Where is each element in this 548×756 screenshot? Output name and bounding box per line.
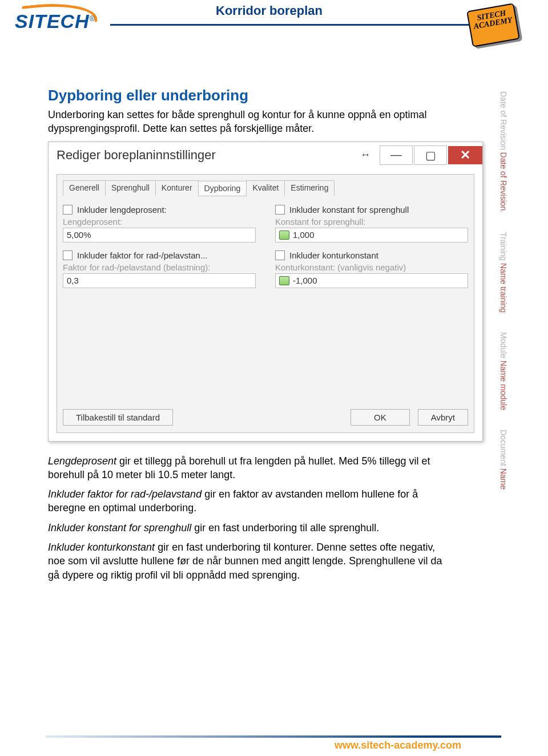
footer-url: www.sitech-academy.com: [335, 739, 461, 751]
maximize-button[interactable]: ▢: [414, 145, 447, 165]
side-meta: Date of Revision Date of Revision. Train…: [499, 91, 510, 673]
tab-sprenghull[interactable]: Sprenghull: [105, 180, 156, 196]
side-revision: Date of Revision Date of Revision.: [499, 91, 508, 213]
ok-button[interactable]: OK: [350, 409, 410, 426]
lbl-faktor-rad: Faktor for rad-/pelavstand (belastning):: [63, 262, 256, 272]
move-icon[interactable]: ↔: [352, 146, 378, 164]
checkbox-icon[interactable]: [275, 250, 285, 260]
input-konturkonstant[interactable]: -1,000: [275, 273, 468, 288]
chk-konst-sprenghull[interactable]: Inkluder konstant for sprenghull: [275, 205, 468, 215]
input-faktor-rad[interactable]: 0,3: [63, 273, 256, 288]
chk-konturkonstant[interactable]: Inkluder konturkonstant: [275, 250, 468, 260]
checkbox-icon[interactable]: [275, 205, 285, 215]
tab-dypboring[interactable]: Dypboring: [198, 181, 247, 196]
side-module: Module Name module: [499, 332, 508, 410]
reset-button[interactable]: Tilbakestill til standard: [63, 409, 173, 426]
header-rule: [110, 24, 484, 26]
para-faktor-rad: Inkluder faktor for rad-/pelavstand gir …: [48, 487, 452, 515]
chk-faktor-rad[interactable]: Inkluder faktor for rad-/pelavstan...: [63, 250, 256, 260]
spinner-icon[interactable]: [279, 231, 289, 240]
side-document: Document Name: [499, 430, 508, 490]
dialog-titlebar: Rediger boreplaninnstillinger ↔ — ▢ ✕: [49, 142, 482, 168]
logo: SITECH®: [15, 10, 95, 33]
dialog-title: Rediger boreplaninnstillinger: [57, 148, 351, 163]
minimize-button[interactable]: —: [380, 145, 413, 165]
checkbox-icon[interactable]: [63, 250, 72, 260]
input-lengdeprosent[interactable]: 5,00%: [63, 228, 256, 242]
side-training: Training Name training: [499, 232, 508, 313]
para-konturkonstant: Inkluder konturkonstant gir en fast unde…: [48, 540, 452, 582]
tab-estimering[interactable]: Estimering: [284, 180, 335, 196]
logo-text: SITECH: [15, 10, 90, 32]
tab-generell[interactable]: Generell: [63, 180, 106, 196]
checkbox-icon[interactable]: [63, 205, 72, 215]
lbl-lengdeprosent: Lengdeprosent:: [63, 217, 256, 227]
spinner-icon[interactable]: [279, 276, 289, 285]
para-lengdeprosent: Lengdeprosent gir et tillegg på borehull…: [48, 454, 452, 482]
cancel-button[interactable]: Avbryt: [418, 409, 468, 426]
dialog-tabs: Generell Sprenghull Konturer Dypboring K…: [63, 180, 468, 196]
dialog-window: Rediger boreplaninnstillinger ↔ — ▢ ✕ Ge…: [48, 142, 483, 442]
lbl-konst-sprenghull: Konstant for sprenghull:: [275, 217, 468, 227]
tab-kvalitet[interactable]: Kvalitet: [246, 180, 285, 196]
footer-rule: [46, 735, 501, 738]
section-heading: Dypboring eller underboring: [48, 87, 482, 104]
logo-trademark: ®: [90, 15, 95, 23]
para-konst-sprenghull: Inkluder konstant for sprenghull gir en …: [48, 521, 452, 535]
chk-lengdeprosent[interactable]: Inkluder lengdeprosent:: [63, 205, 256, 215]
lbl-konturkonstant: Konturkonstant: (vanligvis negativ): [275, 262, 468, 272]
section-intro: Underboring kan settes for både sprenghu…: [48, 108, 452, 136]
tab-konturer[interactable]: Konturer: [155, 180, 199, 196]
close-button[interactable]: ✕: [448, 146, 482, 164]
input-konst-sprenghull[interactable]: 1,000: [275, 228, 468, 242]
page-title: Korridor boreplan: [216, 3, 323, 18]
academy-badge: SITECH ACADEMY: [465, 3, 526, 48]
